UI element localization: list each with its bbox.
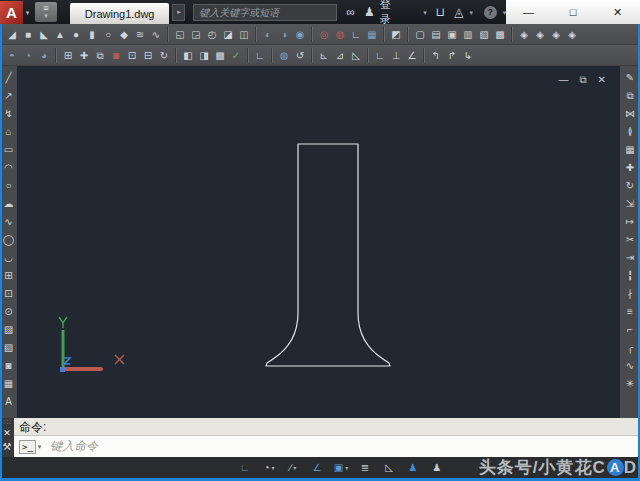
object-snap-tracking-caret-icon[interactable]: ▾	[293, 465, 296, 471]
help-icon[interactable]: ?	[484, 6, 497, 19]
ucs-icon[interactable]	[37, 314, 129, 376]
sign-in-label[interactable]: 登录	[380, 0, 402, 27]
polyline-icon[interactable]: ↯	[1, 105, 17, 123]
minimize-button[interactable]: —	[506, 0, 551, 24]
break-icon[interactable]: ∤	[622, 285, 638, 303]
visual-style-shaded-icon[interactable]: ▣	[444, 26, 460, 43]
trim-icon[interactable]: ✂	[622, 231, 638, 249]
solid-ramp-icon[interactable]: ◣	[36, 26, 52, 43]
close-button[interactable]: ✕	[595, 0, 640, 24]
rectangle-icon[interactable]: ▭	[1, 141, 17, 159]
visual-style-hidden-icon[interactable]: ▤	[428, 26, 444, 43]
ucs-z-axis-icon[interactable]: ⊥	[388, 47, 404, 64]
table-icon[interactable]: ▦	[1, 375, 17, 393]
color-faces-icon[interactable]: ◙	[108, 47, 124, 64]
ellipse-icon[interactable]: ◯	[1, 231, 17, 249]
command-input-placeholder[interactable]: 键入命令	[50, 438, 98, 455]
hatch-icon[interactable]: ▨	[1, 321, 17, 339]
erase-icon[interactable]: ✎	[622, 69, 638, 87]
delete-faces-icon[interactable]: ⊟	[140, 47, 156, 64]
object-snap-caret-icon[interactable]: ▾	[345, 465, 348, 471]
solid-torus-icon[interactable]: ○	[100, 26, 116, 43]
revision-cloud-icon[interactable]: ☁	[1, 195, 17, 213]
ucs-world-icon[interactable]: ∟	[252, 47, 268, 64]
interfere-icon[interactable]: ◓	[4, 47, 20, 64]
break-at-point-icon[interactable]: ╏	[622, 267, 638, 285]
union-icon[interactable]: ◐	[260, 26, 276, 43]
check-solid-icon[interactable]: ✓	[228, 47, 244, 64]
material-editor-icon[interactable]: ◈	[532, 26, 548, 43]
polygon-icon[interactable]: ⌂	[1, 123, 17, 141]
move-faces-icon[interactable]: ✚	[76, 47, 92, 64]
fillet-icon[interactable]: ╭	[622, 339, 638, 357]
autocad-logo-button[interactable]: A	[0, 1, 23, 24]
ucs-view-icon[interactable]: ◺	[348, 47, 364, 64]
extend-icon[interactable]: ⇥	[622, 249, 638, 267]
circle-icon[interactable]: ○	[1, 177, 17, 195]
visual-style-shaded-edges-icon[interactable]: ▥	[460, 26, 476, 43]
line-icon[interactable]: ╱	[1, 69, 17, 87]
material-remove-icon[interactable]: ◈	[564, 26, 580, 43]
ucs-face-icon[interactable]: ⊿	[332, 47, 348, 64]
shell-solid-icon[interactable]: ▩	[212, 47, 228, 64]
arc-icon[interactable]: ◠	[1, 159, 17, 177]
maximize-button[interactable]: □	[551, 0, 596, 24]
rotate-icon[interactable]: ↻	[622, 177, 638, 195]
search-icon[interactable]: ∞	[346, 6, 355, 18]
ucs-previous-icon[interactable]: ↺	[292, 47, 308, 64]
annotation-monitor-2-icon[interactable]: ♟	[425, 458, 449, 477]
thicken-icon[interactable]: ◫	[236, 26, 252, 43]
stretch-icon[interactable]: ↦	[622, 213, 638, 231]
material-browser-icon[interactable]: ◈	[516, 26, 532, 43]
solid-box-icon[interactable]: ■	[20, 26, 36, 43]
extrude-icon[interactable]: ≋	[132, 26, 148, 43]
blend-curves-icon[interactable]: ∿	[622, 357, 638, 375]
ortho-mode-icon[interactable]: ∠	[305, 458, 329, 477]
solid-cylinder-icon[interactable]: ▮	[84, 26, 100, 43]
chamfer-icon[interactable]: ⌐	[622, 321, 638, 339]
gradient-icon[interactable]: ▧	[1, 339, 17, 357]
visual-style-realistic-icon[interactable]: ▩	[492, 26, 508, 43]
intersect-icon[interactable]: ◉	[292, 26, 308, 43]
copy-faces-icon[interactable]: ⧉	[92, 47, 108, 64]
construction-line-icon[interactable]: ↗	[1, 87, 17, 105]
make-block-icon[interactable]: ⊡	[1, 285, 17, 303]
ucs-3point-icon[interactable]: ∠	[404, 47, 420, 64]
presspull-icon[interactable]: ◱	[172, 26, 188, 43]
material-attach-icon[interactable]: ◈	[548, 26, 564, 43]
move-icon[interactable]: ✚	[622, 159, 638, 177]
slice-icon[interactable]: ◪	[220, 26, 236, 43]
ucs-named-icon[interactable]: ◍	[276, 47, 292, 64]
spline-icon[interactable]: ∿	[1, 213, 17, 231]
app-menu-caret-icon[interactable]: ▾	[26, 9, 30, 16]
3d-array-icon[interactable]: ▦	[364, 26, 380, 43]
annotation-scale-icon[interactable]: ◺	[377, 458, 401, 477]
point-style-icon[interactable]: ⊙	[1, 303, 17, 321]
ucs-origin-icon[interactable]: ∟	[372, 47, 388, 64]
command-close-icon[interactable]: ✕	[3, 428, 11, 438]
ucs-rotate-z-icon[interactable]: ↳	[460, 47, 476, 64]
insert-block-icon[interactable]: ⊞	[1, 267, 17, 285]
mirror-icon[interactable]: ⋈	[622, 105, 638, 123]
solid-sphere-icon[interactable]: ●	[68, 26, 84, 43]
user-icon[interactable]: ♟	[364, 6, 375, 18]
multiline-text-icon[interactable]: A	[1, 393, 17, 411]
copy-icon[interactable]: ⧉	[622, 87, 638, 105]
snap-mode-icon[interactable]: ∟	[233, 458, 257, 477]
tab-overflow-button[interactable]: ▸	[172, 4, 185, 21]
array-icon[interactable]: ▦	[622, 141, 638, 159]
offset-faces-icon[interactable]: ⊡	[124, 47, 140, 64]
recent-commands-caret-icon[interactable]: ▾	[38, 443, 42, 451]
command-prompt-icon[interactable]: >_	[19, 440, 36, 454]
gizmo-rotate-icon[interactable]: ◍	[332, 26, 348, 43]
subtract-icon[interactable]: ◑	[276, 26, 292, 43]
clean-solid-icon[interactable]: ◨	[196, 47, 212, 64]
isodraft-icon[interactable]: ◔▾	[257, 458, 281, 477]
ucs-object-icon[interactable]: ⊾	[316, 47, 332, 64]
imprint-edges-icon[interactable]: ◧	[180, 47, 196, 64]
ellipse-arc-icon[interactable]: ◡	[1, 249, 17, 267]
visual-style-wireframe-icon[interactable]: ▢	[412, 26, 428, 43]
customize-wrench-icon[interactable]: ⚒	[3, 441, 12, 452]
object-snap-tracking-icon[interactable]: ∕▾	[281, 458, 305, 477]
extract-edges-icon[interactable]: ⊞	[60, 47, 76, 64]
